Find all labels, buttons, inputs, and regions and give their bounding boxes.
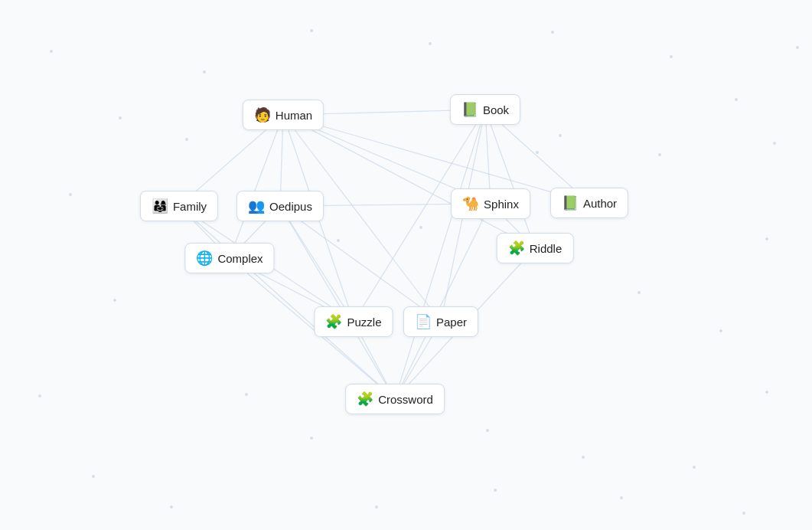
node-oedipus[interactable]: 👥Oedipus xyxy=(236,191,324,221)
node-complex[interactable]: 🌐Complex xyxy=(184,243,274,273)
author-icon: 📗 xyxy=(562,195,579,211)
node-sphinx[interactable]: 🐪Sphinx xyxy=(451,188,530,219)
svg-line-21 xyxy=(395,204,491,399)
puzzle-icon: 🧩 xyxy=(325,313,342,330)
node-crossword[interactable]: 🧩Crossword xyxy=(345,384,445,414)
svg-line-18 xyxy=(280,206,441,322)
family-label: Family xyxy=(173,200,207,213)
crossword-label: Crossword xyxy=(378,393,433,406)
svg-line-29 xyxy=(179,206,395,399)
svg-line-5 xyxy=(230,115,283,258)
paper-label: Paper xyxy=(436,316,467,329)
book-icon: 📗 xyxy=(461,101,478,118)
node-human[interactable]: 🧑Human xyxy=(243,100,324,130)
oedipus-label: Oedipus xyxy=(269,200,312,213)
complex-icon: 🌐 xyxy=(196,250,213,267)
graph-edges xyxy=(0,0,812,530)
svg-line-19 xyxy=(280,206,395,399)
node-family[interactable]: 👨‍👩‍👧Family xyxy=(140,191,218,221)
svg-line-6 xyxy=(283,115,535,248)
human-label: Human xyxy=(276,109,312,122)
paper-icon: 📄 xyxy=(415,313,432,330)
author-label: Author xyxy=(583,197,617,210)
svg-line-11 xyxy=(485,110,535,248)
svg-line-14 xyxy=(395,110,485,399)
book-label: Book xyxy=(483,103,509,116)
crossword-icon: 🧩 xyxy=(357,391,373,407)
family-icon: 👨‍👩‍👧 xyxy=(152,198,168,214)
node-book[interactable]: 📗Book xyxy=(450,94,520,125)
svg-line-4 xyxy=(283,115,589,203)
node-riddle[interactable]: 🧩Riddle xyxy=(497,233,574,263)
complex-label: Complex xyxy=(217,252,263,265)
human-icon: 🧑 xyxy=(254,106,271,123)
puzzle-label: Puzzle xyxy=(347,316,381,329)
sphinx-icon: 🐪 xyxy=(462,195,479,212)
graph-container: 🧑Human📗Book👨‍👩‍👧Family👥Oedipus🐪Sphinx📗Au… xyxy=(0,0,812,530)
riddle-label: Riddle xyxy=(530,242,563,255)
svg-line-17 xyxy=(280,206,354,322)
node-author[interactable]: 📗Author xyxy=(550,188,628,218)
node-paper[interactable]: 📄Paper xyxy=(403,306,478,337)
oedipus-icon: 👥 xyxy=(248,198,265,214)
node-puzzle[interactable]: 🧩Puzzle xyxy=(314,306,393,337)
riddle-icon: 🧩 xyxy=(508,240,525,257)
sphinx-label: Sphinx xyxy=(484,198,519,211)
